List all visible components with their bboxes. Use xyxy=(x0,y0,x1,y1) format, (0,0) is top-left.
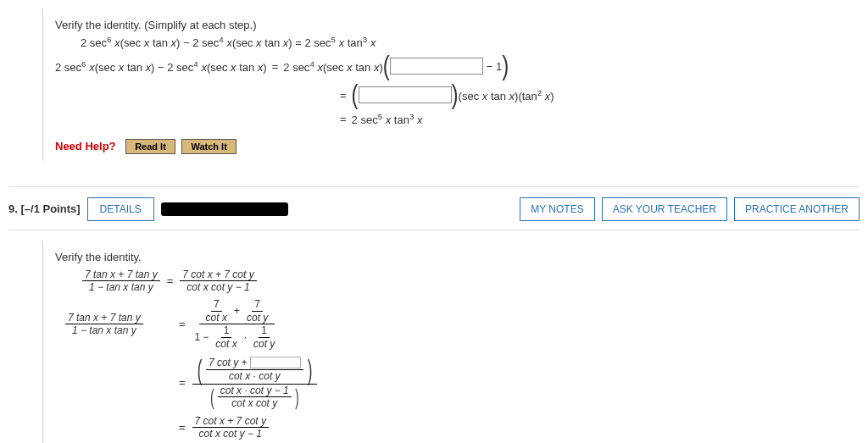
fraction: 7 cot x + 7 cot y cot x cot y − 1 xyxy=(192,415,269,440)
q9-step2: = ( 7 cot y + cot x · cot y ) ( cot x · … xyxy=(64,355,868,410)
q8-step1: 2 sec6 x(sec x tan x) − 2 sec4 x(sec x t… xyxy=(55,54,868,78)
q8-step3: = 2 sec5 x tan3 x xyxy=(335,112,868,126)
read-it-button[interactable]: Read It xyxy=(125,139,175,154)
paren-open-icon: ( xyxy=(352,80,359,110)
my-notes-button[interactable]: MY NOTES xyxy=(520,197,594,221)
equals-sign: = xyxy=(340,89,347,102)
answer-input-1[interactable] xyxy=(390,58,483,75)
paren-close-icon: ) xyxy=(502,51,509,81)
q9-step1: 7 tan x + 7 tan y 1 − tan x tan y = 7cot… xyxy=(64,298,868,350)
compound-fraction: 7cot x + 7cot y 1 − 1cot x · 1cot y xyxy=(192,298,282,350)
q8-prompt: Verify the identity. (Simplify at each s… xyxy=(55,19,868,31)
q8-step1-lhs: 2 sec6 x(sec x tan x) − 2 sec4 x(sec x t… xyxy=(55,59,267,74)
equals-sign: = xyxy=(179,376,186,389)
paren-open-icon: ( xyxy=(197,355,202,384)
q9-identity: 7 tan x + 7 tan y 1 − tan x tan y = 7 co… xyxy=(81,269,868,294)
divider xyxy=(8,230,860,230)
q9-prompt: Verify the identity. xyxy=(55,251,868,263)
equals-sign: = xyxy=(167,274,174,287)
paren-close-icon: ) xyxy=(452,80,459,110)
fraction: 7 tan x + 7 tan y 1 − tan x tan y xyxy=(65,312,143,337)
practice-another-button[interactable]: PRACTICE ANOTHER xyxy=(734,197,860,221)
q8-step2: = ( ) (sec x tan x)(tan2 x) xyxy=(335,83,868,107)
right-button-group: MY NOTES ASK YOUR TEACHER PRACTICE ANOTH… xyxy=(520,197,860,221)
compound-fraction: ( 7 cot y + cot x · cot y ) ( cot x · co… xyxy=(192,355,317,410)
equals-sign: = xyxy=(179,421,186,434)
paren-close-icon: ) xyxy=(295,386,298,408)
paren-open-icon: ( xyxy=(383,51,390,81)
fraction: 7 tan x + 7 tan y 1 − tan x tan y xyxy=(82,269,160,294)
q8-step3-rhs: 2 sec5 x tan3 x xyxy=(352,112,423,126)
question-9-body: Verify the identity. 7 tan x + 7 tan y 1… xyxy=(42,241,868,443)
watch-it-button[interactable]: Watch It xyxy=(181,139,236,154)
need-help-label: Need Help? xyxy=(55,140,116,152)
equals-sign: = xyxy=(272,60,279,73)
q8-step1-pre: 2 sec4 x(sec x tan x) xyxy=(283,59,382,74)
q9-step3: = 7 cot x + 7 cot y cot x cot y − 1 xyxy=(64,415,868,440)
redacted-source xyxy=(161,202,288,216)
equals-sign: = xyxy=(179,318,186,330)
question-8-body: Verify the identity. (Simplify at each s… xyxy=(42,8,868,161)
equals-sign: = xyxy=(340,113,347,125)
q8-identity: 2 sec6 x(sec x tan x) − 2 sec4 x(sec x t… xyxy=(81,35,868,49)
q8-step1-tail: − 1 xyxy=(487,60,502,73)
answer-blank[interactable] xyxy=(250,357,301,368)
need-help-row: Need Help? Read It Watch It xyxy=(55,139,868,154)
paren-open-icon: ( xyxy=(210,386,214,408)
fraction: 7 cot x + 7 cot y cot x cot y − 1 xyxy=(180,269,256,294)
details-button[interactable]: DETAILS xyxy=(87,197,154,221)
answer-input-2[interactable] xyxy=(359,86,452,103)
question-9-header: 9. [–/1 Points] DETAILS MY NOTES ASK YOU… xyxy=(8,197,860,221)
paren-close-icon: ) xyxy=(307,355,312,384)
divider xyxy=(8,186,860,187)
q8-step2-tail: (sec x tan x)(tan2 x) xyxy=(459,88,554,102)
ask-teacher-button[interactable]: ASK YOUR TEACHER xyxy=(602,197,727,221)
question-number: 9. [–/1 Points] xyxy=(8,202,81,215)
